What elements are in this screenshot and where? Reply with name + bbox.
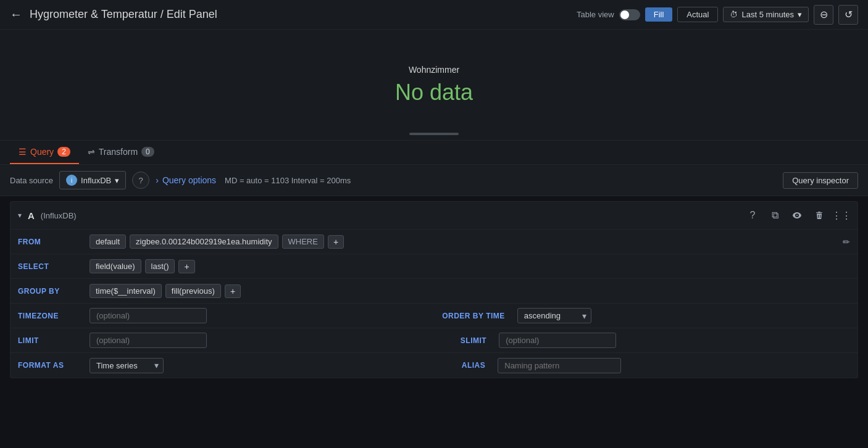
arrow-right-icon: ›	[156, 175, 159, 185]
from-row: FROM default zigbee.0.00124b002919e1ea.h…	[10, 230, 858, 254]
transform-tab-badge: 0	[141, 147, 154, 157]
format-as-label: FORMAT AS	[10, 356, 85, 375]
format-as-row: FORMAT AS Time series Table Logs ALIAS	[10, 353, 858, 378]
time-range-label: Last 5 minutes	[741, 10, 794, 19]
timezone-label: TIMEZONE	[10, 307, 85, 325]
query-inspector-button[interactable]: Query inspector	[783, 172, 858, 189]
datasource-name: InfluxDB	[81, 176, 111, 185]
query-editor: Data source i InfluxDB ▾ ? › Query optio…	[0, 165, 868, 378]
actual-button[interactable]: Actual	[677, 7, 718, 22]
select-label: SELECT	[10, 257, 85, 276]
datasource-bar: Data source i InfluxDB ▾ ? › Query optio…	[0, 165, 868, 196]
fill-button[interactable]: Fill	[645, 7, 673, 22]
timezone-row: TIMEZONE ORDER BY TIME ascending descend…	[10, 304, 858, 328]
collapse-button[interactable]: ▾	[18, 211, 22, 220]
query-drag-handle[interactable]: ⋮⋮	[833, 207, 850, 224]
toggle-knob	[620, 10, 629, 19]
time-range-picker[interactable]: ⏱ Last 5 minutes ▾	[723, 7, 809, 22]
refresh-button[interactable]: ↺	[838, 5, 858, 25]
format-as-select[interactable]: Time series Table Logs	[90, 358, 164, 373]
data-source-label: Data source	[10, 176, 53, 185]
group-by-row: GROUP BY time($__interval) fill(previous…	[10, 279, 858, 304]
no-data-message: No data	[395, 80, 473, 106]
format-as-select-wrap: Time series Table Logs	[90, 358, 164, 373]
from-label: FROM	[10, 233, 85, 251]
format-as-content: Time series Table Logs	[85, 354, 449, 377]
group-by-label: GROUP BY	[10, 282, 85, 301]
query-db-label: (InfluxDB)	[41, 211, 77, 220]
tab-query[interactable]: ☰ Query 2	[10, 141, 79, 164]
query-actions: ? ⧉ ⋮⋮	[744, 207, 850, 224]
influxdb-icon: i	[66, 175, 77, 186]
datasource-chevron: ▾	[115, 176, 119, 185]
tabs-bar: ☰ Query 2 ⇌ Transform 0	[0, 141, 868, 165]
select-func-tag[interactable]: last()	[145, 259, 175, 273]
back-button[interactable]: ←	[10, 7, 22, 22]
timezone-content	[85, 304, 430, 327]
slimit-content	[494, 329, 858, 352]
from-edit-icon[interactable]: ✏	[835, 237, 858, 247]
alias-label: ALIAS	[449, 356, 493, 375]
order-by-time-content: ascending descending	[512, 304, 858, 327]
datasource-help-button[interactable]: ?	[132, 172, 149, 189]
limit-label: LIMIT	[10, 331, 85, 350]
select-field-tag[interactable]: field(value)	[90, 259, 141, 273]
select-content: field(value) last() +	[85, 255, 858, 277]
from-add-button[interactable]: +	[328, 235, 344, 249]
from-content: default zigbee.0.00124b002919e1ea.humidi…	[85, 231, 835, 252]
alias-input[interactable]	[498, 358, 621, 373]
order-by-time-select[interactable]: ascending descending	[517, 308, 591, 323]
query-block-header: ▾ A (InfluxDB) ? ⧉ ⋮⋮	[10, 202, 858, 230]
page-title: Hygrometer & Temperatur / Edit Panel	[30, 8, 217, 21]
query-tab-label: Query	[30, 147, 54, 157]
top-bar-right: Table view Fill Actual ⏱ Last 5 minutes …	[577, 5, 858, 25]
zoom-out-button[interactable]: ⊖	[814, 5, 833, 25]
slimit-label: SLIMIT	[448, 331, 494, 350]
query-tab-badge: 2	[57, 147, 70, 157]
query-block-a: ▾ A (InfluxDB) ? ⧉ ⋮⋮ FROM default zigbe…	[10, 201, 858, 378]
transform-tab-icon: ⇌	[88, 147, 95, 157]
from-default-tag[interactable]: default	[90, 234, 126, 249]
datasource-selector[interactable]: i InfluxDB ▾	[59, 171, 126, 189]
group-by-fill-tag[interactable]: fill(previous)	[165, 284, 221, 298]
group-by-content: time($__interval) fill(previous) +	[85, 280, 858, 302]
table-view-label: Table view	[577, 10, 614, 19]
table-view-toggle: Table view	[577, 9, 640, 20]
tab-transform[interactable]: ⇌ Transform 0	[79, 141, 163, 164]
timezone-input[interactable]	[90, 308, 207, 323]
select-row: SELECT field(value) last() +	[10, 254, 858, 279]
query-options-info: MD = auto = 1103 Interval = 200ms	[225, 176, 351, 185]
query-options-toggle[interactable]: › Query options	[156, 175, 216, 185]
chevron-down-icon: ▾	[798, 10, 802, 19]
query-tab-icon: ☰	[19, 147, 27, 157]
query-options-label: Query options	[162, 175, 216, 185]
order-by-time-select-wrap: ascending descending	[517, 308, 591, 323]
query-help-button[interactable]: ?	[744, 207, 761, 224]
limit-input[interactable]	[90, 333, 207, 348]
select-add-button[interactable]: +	[178, 260, 194, 273]
query-delete-button[interactable]	[811, 207, 828, 224]
query-visibility-button[interactable]	[788, 207, 806, 224]
group-by-time-tag[interactable]: time($__interval)	[90, 284, 162, 298]
top-bar: ← Hygrometer & Temperatur / Edit Panel T…	[0, 0, 868, 30]
scrollbar-hint	[409, 133, 459, 135]
limit-content	[85, 329, 448, 352]
from-measurement-tag[interactable]: zigbee.0.00124b002919e1ea.humidity	[130, 234, 278, 249]
table-view-switch[interactable]	[619, 9, 640, 20]
order-by-time-label: ORDER BY TIME	[430, 307, 512, 325]
panel-preview: Wohnzimmer No data	[0, 30, 868, 141]
query-duplicate-button[interactable]: ⧉	[766, 207, 783, 224]
group-by-add-button[interactable]: +	[225, 284, 241, 298]
query-letter: A	[28, 210, 35, 221]
transform-tab-label: Transform	[99, 147, 138, 157]
panel-title: Wohnzimmer	[409, 65, 459, 75]
alias-content	[493, 354, 858, 377]
time-icon: ⏱	[730, 10, 738, 19]
limit-row: LIMIT SLIMIT	[10, 328, 858, 353]
from-where-button[interactable]: WHERE	[282, 234, 324, 249]
slimit-input[interactable]	[499, 333, 616, 348]
